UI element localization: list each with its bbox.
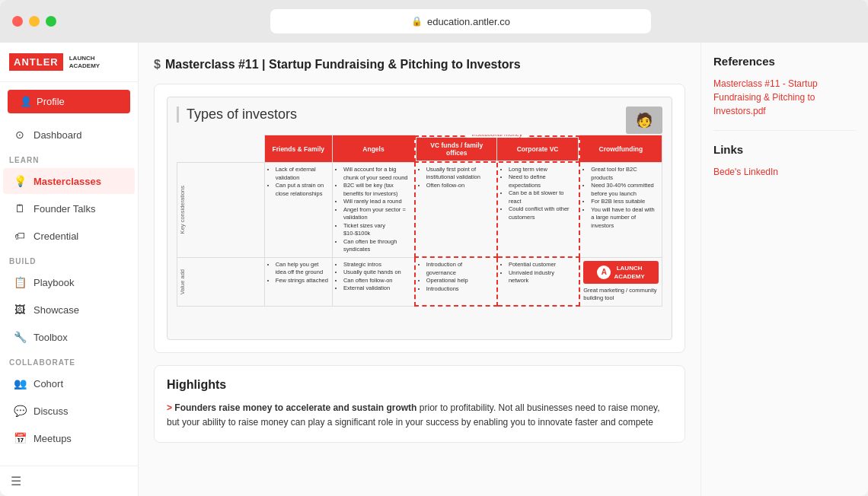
inner-table-header: VC funds / family offices Corporate VC [416,137,579,161]
showcase-icon: 🖼 [14,304,26,316]
profile-icon: 👤 [20,96,32,107]
cohort-icon: 👥 [14,377,26,389]
col-header-ff: Friends & Family [264,135,332,163]
bede-linkedin-link[interactable]: Bede's LinkedIn [713,165,856,179]
links-title: Links [713,143,856,156]
cell-value-ff: Can help you get idea off the ground Few… [264,257,332,306]
col-header-cvc: Corporate VC [497,137,578,161]
collaborate-section-header: COLLABORATE [0,351,138,370]
toolbox-icon: 🔧 [14,331,26,343]
launch-badge: LAUNCHACADEMY [69,55,100,69]
discuss-icon: 💬 [14,405,26,417]
institutional-label: "Institutional money" [467,135,528,138]
panel-divider [713,130,856,131]
sidebar-item-meetups[interactable]: 📅 Meetups [3,425,135,451]
playbook-icon: 📋 [14,276,26,288]
highlight-bold: Founders raise money to accelerate and s… [174,402,416,413]
cell-value-vc: Introduction of governance Operational h… [415,257,497,306]
browser-chrome: 🔒 education.antler.co [0,0,868,43]
learn-section-header: LEARN [0,148,138,167]
credential-icon: 🏷 [14,230,26,242]
cell-key-crowdfunding: Great tool for B2C products Need 30-40% … [579,163,662,258]
sidebar-item-credential[interactable]: 🏷 Credential [3,223,135,249]
page-title: $ Masterclass #11 | Startup Fundraising … [154,58,685,72]
cell-value-crowdfunding: A LAUNCHACADEMY Great marketing / commun… [579,257,662,306]
sidebar-item-showcase[interactable]: 🖼 Showcase [3,297,135,323]
institutional-dashed-box: "Institutional money" VC funds / family … [414,135,580,163]
maximize-button[interactable] [46,16,56,27]
highlight-arrow: > [167,402,172,413]
sidebar-item-masterclasses[interactable]: 💡 Masterclasses [3,168,135,194]
app: ANTLER LAUNCHACADEMY 👤 Profile ⊙ Dashboa… [0,43,868,496]
badge-logo: A [597,265,611,279]
highlights-title: Highlights [167,378,672,392]
col-header-vc: VC funds / family offices [416,137,497,161]
dashboard-icon: ⊙ [14,129,26,141]
sidebar: ANTLER LAUNCHACADEMY 👤 Profile ⊙ Dashboa… [0,43,139,496]
minimize-button[interactable] [29,16,40,27]
col-header-angels: Angels [332,135,414,163]
slide-card: Types of investors 🧑 [154,84,685,353]
sidebar-item-discuss[interactable]: 💬 Discuss [3,398,135,424]
table-row-value: Value add Can help you get idea off the … [177,257,662,306]
sidebar-item-dashboard[interactable]: ⊙ Dashboard [3,122,135,148]
highlights-card: Highlights > Founders raise money to acc… [154,365,685,443]
reference-link[interactable]: Masterclass #11 - Startup Fundraising & … [713,77,856,118]
sidebar-item-founder-talks[interactable]: 🗒 Founder Talks [3,196,135,221]
sidebar-item-cohort[interactable]: 👥 Cohort [3,370,135,396]
cell-key-angels: Will account for a big chunk of your see… [332,163,414,258]
table-row-key: Key considerations Lack of external vali… [177,163,662,258]
slide-title: Types of investors [177,107,662,122]
build-section-header: BUILD [0,250,138,269]
cell-key-vc: Usually first point of institutional val… [415,163,497,258]
investor-table-wrapper: Friends & Family Angels "Institutional m… [177,135,662,307]
meetups-icon: 📅 [14,432,26,444]
sidebar-item-playbook[interactable]: 📋 Playbook [3,269,135,295]
sidebar-item-toolbox[interactable]: 🔧 Toolbox [3,324,135,350]
cell-key-ff: Lack of external validation Can put a st… [264,163,332,258]
sidebar-logo: ANTLER LAUNCHACADEMY [0,43,138,82]
menu-icon: ☰ [11,475,21,488]
founder-talks-icon: 🗒 [14,202,26,215]
cell-key-cvc: Long term view Need to define expectatio… [497,163,579,258]
row-header-key: Key considerations [177,163,265,258]
antler-logo-text: ANTLER [9,53,63,71]
investor-table: Friends & Family Angels "Institutional m… [177,135,662,307]
traffic-lights [12,16,56,27]
main-content: $ Masterclass #11 | Startup Fundraising … [139,43,700,496]
references-title: References [713,55,856,68]
lock-icon: 🔒 [411,16,423,27]
highlight-text: > Founders raise money to accelerate and… [167,401,672,430]
url-text: education.antler.co [427,16,510,27]
launch-academy-badge: A LAUNCHACADEMY [583,261,659,284]
slide-container: Types of investors 🧑 [167,97,672,340]
address-bar[interactable]: 🔒 education.antler.co [270,9,651,33]
cell-value-cvc: Potential customer Unrivaled industry ne… [497,257,579,306]
row-header-value: Value add [177,257,265,306]
col-header-crowdfunding: Crowdfunding [579,135,662,163]
sidebar-bottom: ☰ [0,466,138,496]
empty-corner [177,135,265,163]
right-panel: References Masterclass #11 - Startup Fun… [700,43,868,496]
presenter-avatar: 🧑 [626,107,662,134]
cell-value-angels: Strategic intros Usually quite hands on … [332,257,414,306]
profile-button[interactable]: 👤 Profile [8,90,130,113]
close-button[interactable] [12,16,23,27]
masterclasses-icon: 💡 [14,175,26,187]
institutional-wrapper: "Institutional money" VC funds / family … [415,135,580,163]
